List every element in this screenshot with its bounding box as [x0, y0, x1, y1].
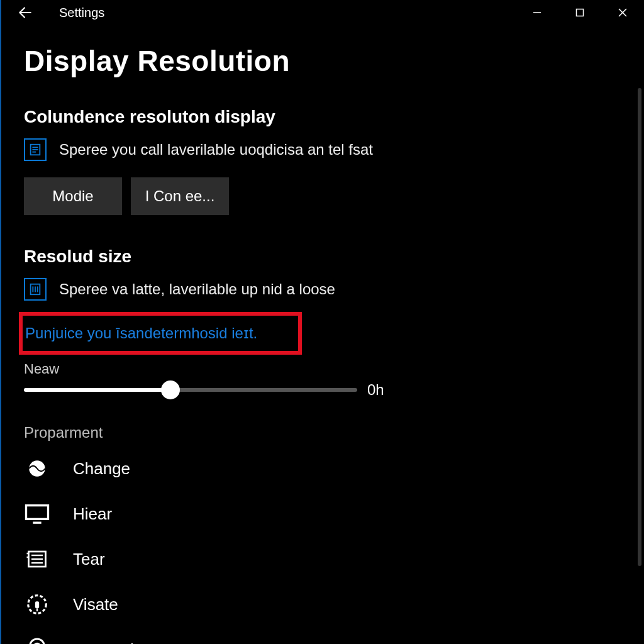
arrow-left-icon — [17, 4, 33, 21]
option-label: Competion — [73, 640, 152, 645]
close-icon — [618, 8, 628, 18]
minimize-button[interactable] — [516, 0, 558, 25]
broadcast-icon — [24, 591, 50, 618]
maximize-icon — [575, 8, 585, 18]
option-hiear[interactable]: Hiear — [24, 501, 621, 527]
highlighted-link[interactable]: Punjuice you īsandetermhosid ieɪt. — [25, 325, 257, 341]
option-tear[interactable]: Tear — [24, 546, 621, 572]
titlebar: Settings — [1, 0, 644, 25]
slider[interactable] — [24, 388, 357, 392]
list-icon — [24, 546, 50, 572]
back-button[interactable] — [16, 4, 34, 21]
window-controls — [516, 0, 644, 25]
section-heading-resolud: Resolud size — [24, 247, 621, 267]
info-text-2: Speree va latte, laverilable up nid a lo… — [59, 280, 335, 298]
content-area: Display Resolution Colundence resoluton … — [1, 25, 644, 644]
info-row-1: Speree you call laverilable uoqdicisa an… — [24, 138, 621, 161]
display-doc-icon — [24, 138, 47, 161]
info-row-2: Speree va latte, laverilable up nid a lo… — [24, 278, 621, 301]
slider-row: 0h — [24, 381, 621, 399]
slider-thumb[interactable] — [161, 380, 180, 399]
modie-button[interactable]: Modie — [24, 177, 122, 215]
maximize-button[interactable] — [558, 0, 601, 25]
option-label: Hiear — [73, 504, 112, 524]
slider-block: Neaw 0h — [24, 361, 621, 399]
proparment-heading: Proparment — [24, 424, 621, 441]
location-pin-icon — [24, 636, 50, 644]
iconee-button[interactable]: I Con ee... — [131, 177, 229, 215]
page-title: Display Resolution — [24, 44, 621, 78]
app-title: Settings — [59, 6, 104, 20]
slider-label: Neaw — [24, 361, 621, 377]
option-list: Change Hiear T — [24, 455, 621, 644]
slider-fill — [24, 388, 170, 392]
svg-rect-14 — [26, 506, 48, 519]
option-change[interactable]: Change — [24, 455, 621, 482]
slider-value: 0h — [367, 381, 384, 399]
info-text-1: Speree you call laverilable uoqdicisa an… — [59, 141, 373, 158]
button-row: Modie I Con ee... — [24, 177, 621, 215]
display-icon — [24, 501, 50, 527]
highlighted-link-box: Punjuice you īsandetermhosid ieɪt. — [19, 312, 302, 355]
display-doc-icon-2 — [24, 278, 47, 301]
svg-rect-1 — [577, 9, 584, 16]
scrollbar[interactable] — [638, 88, 641, 566]
option-label: Change — [73, 459, 130, 479]
option-visate[interactable]: Visate — [24, 591, 621, 618]
globe-icon — [24, 455, 50, 482]
minimize-icon — [532, 8, 542, 18]
option-competion[interactable]: Competion — [24, 636, 621, 644]
section-heading-colundence: Colundence resoluton display — [24, 107, 621, 127]
option-label: Tear — [73, 550, 105, 569]
svg-rect-23 — [35, 601, 39, 608]
option-label: Visate — [73, 595, 118, 614]
close-button[interactable] — [601, 0, 644, 25]
